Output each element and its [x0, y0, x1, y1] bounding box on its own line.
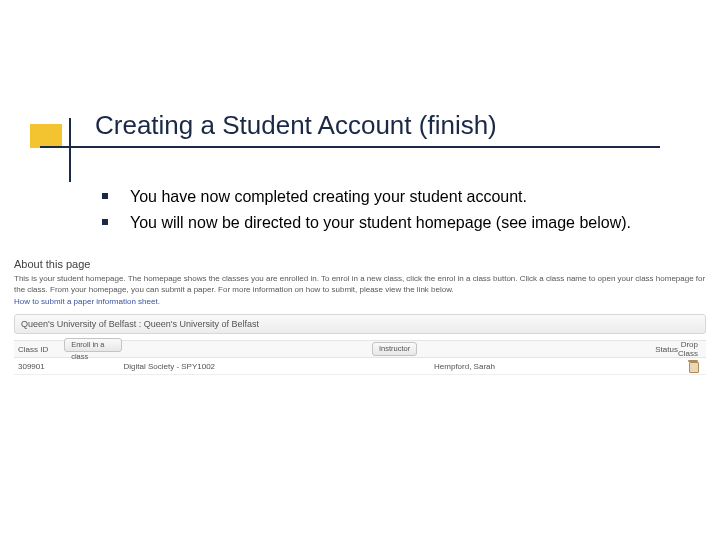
instructor-chip: Instructor [372, 342, 428, 356]
col-class-id: Class ID [14, 345, 64, 354]
bullet-square-icon [102, 193, 108, 199]
instructor-chip-label: Instructor [372, 342, 417, 356]
class-table: Class ID Enroll in a class Instructor St… [14, 340, 706, 375]
breadcrumb-text: Queen's University of Belfast : Queen's … [21, 319, 259, 329]
drop-class-button[interactable] [688, 360, 706, 373]
accent-block [30, 124, 62, 148]
title-vertical-rule [69, 118, 71, 182]
cell-instructor: Hempford, Sarah [434, 362, 629, 371]
cell-class-name[interactable]: Digital Society - SPY1002 [123, 362, 377, 371]
table-header-row: Class ID Enroll in a class Instructor St… [14, 340, 706, 358]
bullet-list: You have now completed creating your stu… [102, 186, 682, 238]
about-heading: About this page [14, 258, 706, 270]
list-item: You will now be directed to your student… [102, 212, 682, 234]
col-status: Status [620, 345, 678, 354]
breadcrumb: Queen's University of Belfast : Queen's … [14, 314, 706, 334]
table-row: 309901 Digital Society - SPY1002 Hempfor… [14, 358, 706, 375]
col-drop: Drop Class [678, 340, 706, 358]
list-item: You have now completed creating your stu… [102, 186, 682, 208]
bullet-text: You will now be directed to your student… [130, 212, 631, 234]
title-underline [40, 146, 660, 148]
bullet-text: You have now completed creating your stu… [130, 186, 527, 208]
cell-class-id: 309901 [14, 362, 65, 371]
about-panel: About this page This is your student hom… [14, 258, 706, 306]
trash-icon [688, 360, 698, 371]
about-link[interactable]: How to submit a paper information sheet. [14, 297, 706, 306]
page-title: Creating a Student Account (finish) [95, 110, 497, 141]
bullet-square-icon [102, 219, 108, 225]
enroll-button[interactable]: Enroll in a class [64, 338, 122, 361]
enroll-button-label: Enroll in a class [64, 338, 122, 352]
about-body: This is your student homepage. The homep… [14, 273, 706, 295]
